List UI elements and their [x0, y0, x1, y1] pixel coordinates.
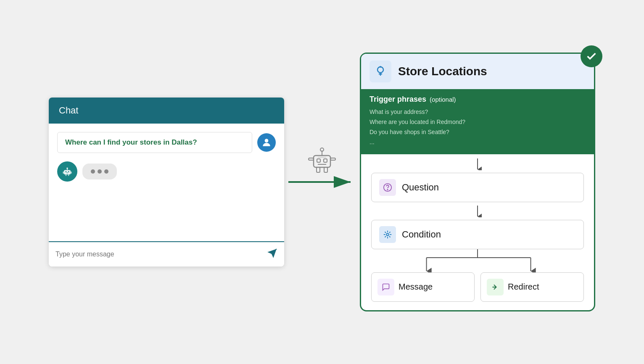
message-icon: [382, 283, 390, 291]
topic-title: Store Locations: [398, 65, 487, 78]
condition-icon: [383, 230, 392, 239]
user-icon: [261, 137, 272, 148]
message-row: Where can I find your stores in Dallas?: [57, 132, 276, 153]
condition-label: Condition: [402, 229, 441, 240]
arrow-to-question: [473, 158, 482, 170]
svg-rect-8: [71, 171, 72, 174]
chat-header: Chat: [49, 98, 284, 124]
dot-1: [91, 169, 95, 174]
question-label: Question: [402, 182, 439, 193]
chat-input[interactable]: [55, 251, 267, 258]
redirect-label: Redirect: [508, 282, 539, 292]
trigger-phrase-ellipsis: ...: [370, 137, 586, 148]
connection-area: [284, 176, 360, 188]
split-nodes: Message Redirect: [371, 272, 584, 302]
svg-point-29: [380, 66, 381, 68]
svg-point-6: [66, 167, 68, 169]
check-icon: [586, 50, 597, 62]
question-node[interactable]: Question: [371, 173, 584, 202]
bot-avatar: [57, 161, 77, 182]
flow-panel: Store Locations Trigger phrases (optiona…: [360, 53, 595, 311]
trigger-phrases: What is your address? Where are you loca…: [370, 107, 586, 147]
bot-icon: [61, 166, 73, 177]
chat-title: Chat: [59, 105, 78, 116]
redirect-node[interactable]: Redirect: [480, 272, 584, 302]
trigger-optional-text: (optional): [430, 96, 456, 103]
svg-rect-4: [66, 173, 68, 173]
send-button[interactable]: [267, 248, 277, 261]
trigger-phrase-2: Where are you located in Redmond?: [370, 117, 586, 127]
svg-rect-19: [309, 158, 314, 160]
main-arrow: [288, 176, 356, 188]
svg-rect-9: [66, 174, 67, 176]
dot-2: [98, 169, 102, 174]
bot-row: [57, 161, 276, 182]
redirect-icon: [491, 283, 499, 291]
question-icon-box: [379, 179, 396, 196]
dot-3: [104, 169, 108, 174]
robot-icon-container: [305, 142, 339, 177]
chat-body: Where can I find your stores in Dallas?: [49, 124, 284, 241]
topic-header: Store Locations: [361, 54, 594, 89]
condition-icon-box: [379, 226, 396, 243]
down-arrow-2: [473, 206, 482, 217]
svg-point-33: [387, 189, 388, 190]
svg-rect-15: [324, 159, 327, 162]
split-arrows: [371, 249, 584, 272]
chat-panel: Chat Where can I find your stores in Dal…: [49, 98, 284, 266]
svg-rect-7: [63, 171, 64, 174]
svg-rect-21: [317, 167, 320, 172]
chat-input-row: [49, 241, 284, 266]
trigger-title-row: Trigger phrases (optional): [370, 95, 586, 104]
topic-icon-box: [370, 61, 391, 82]
main-container: Chat Where can I find your stores in Dal…: [0, 0, 644, 364]
user-message-bubble: Where can I find your stores in Dallas?: [57, 132, 252, 153]
svg-point-0: [265, 139, 269, 142]
svg-marker-12: [267, 249, 277, 258]
svg-rect-14: [317, 159, 320, 162]
trigger-section: Trigger phrases (optional) What is your …: [361, 89, 594, 154]
message-node[interactable]: Message: [371, 272, 475, 302]
trigger-phrase-1: What is your address?: [370, 107, 586, 117]
robot-diagram-icon: [305, 142, 339, 176]
arrow-to-condition: [473, 206, 482, 217]
down-arrow-1: [473, 158, 482, 170]
flow-nodes: Question: [361, 154, 594, 302]
topic-icon: [374, 65, 387, 78]
svg-rect-3: [68, 171, 69, 172]
check-badge: [581, 45, 602, 67]
question-icon: [383, 183, 392, 192]
message-label: Message: [399, 282, 433, 292]
svg-rect-20: [330, 158, 335, 160]
trigger-title-text: Trigger phrases: [370, 95, 426, 104]
svg-rect-2: [66, 171, 67, 172]
svg-rect-22: [324, 167, 327, 172]
split-arrows-svg: [371, 249, 584, 272]
typing-indicator: [82, 164, 117, 179]
svg-rect-10: [68, 174, 69, 176]
message-icon-box: [377, 279, 394, 295]
svg-rect-1: [64, 170, 71, 175]
condition-node[interactable]: Condition: [371, 220, 584, 249]
redirect-icon-box: [487, 279, 504, 295]
user-avatar: [257, 133, 276, 152]
trigger-phrase-3: Do you have shops in Seattle?: [370, 127, 586, 137]
svg-point-26: [377, 67, 383, 73]
svg-point-36: [386, 233, 389, 236]
